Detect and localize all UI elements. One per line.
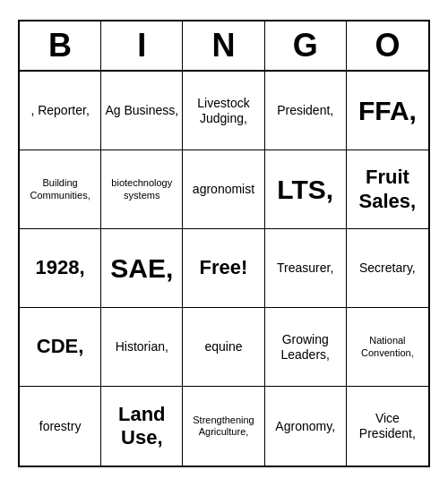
cell-text: 1928, <box>36 256 85 279</box>
bingo-grid: , Reporter,Ag Business,Livestock Judging… <box>20 72 428 466</box>
cell-text: Vice President, <box>350 411 425 441</box>
cell-text: Treasurer, <box>277 261 333 276</box>
bingo-cell: National Convention, <box>347 308 428 387</box>
bingo-cell: SAE, <box>101 229 183 308</box>
cell-text: Historian, <box>116 339 168 355</box>
bingo-cell: Ag Business, <box>101 72 183 150</box>
bingo-header: BINGO <box>20 21 428 72</box>
bingo-cell: CDE, <box>20 308 101 387</box>
header-letter: N <box>183 21 264 70</box>
cell-text: biotechnology systems <box>105 177 178 201</box>
cell-text: Free! <box>200 256 248 279</box>
cell-text: Secretary, <box>359 261 416 276</box>
cell-text: Agronomy, <box>275 419 335 434</box>
cell-text: CDE, <box>37 335 84 358</box>
bingo-cell: Livestock Judging, <box>183 72 264 150</box>
bingo-cell: Free! <box>183 229 264 308</box>
header-letter: G <box>265 21 347 70</box>
cell-text: Fruit Sales, <box>350 166 425 213</box>
cell-text: Ag Business, <box>105 103 178 118</box>
bingo-cell: FFA, <box>347 72 428 150</box>
bingo-cell: equine <box>183 308 264 387</box>
bingo-cell: Land Use, <box>101 387 183 466</box>
cell-text: LTS, <box>277 174 333 206</box>
bingo-cell: Treasurer, <box>265 229 347 308</box>
bingo-cell: Historian, <box>101 308 183 387</box>
bingo-cell: Strengthening Agriculture, <box>183 387 264 466</box>
cell-text: Livestock Judging, <box>186 96 260 126</box>
cell-text: , Reporter, <box>30 103 89 118</box>
bingo-cell: , Reporter, <box>20 72 101 150</box>
cell-text: Growing Leaders, <box>269 332 342 363</box>
cell-text: FFA, <box>358 95 417 127</box>
header-letter: I <box>101 21 183 70</box>
cell-text: Strengthening Agriculture, <box>186 414 260 438</box>
bingo-cell: Agronomy, <box>265 387 347 466</box>
cell-text: Land Use, <box>105 403 178 450</box>
bingo-cell: President, <box>265 72 347 150</box>
cell-text: President, <box>277 103 333 118</box>
header-letter: O <box>347 21 428 70</box>
cell-text: National Convention, <box>350 335 425 358</box>
bingo-cell: Secretary, <box>347 229 428 308</box>
bingo-cell: Building Communities, <box>20 150 101 229</box>
bingo-cell: Fruit Sales, <box>347 150 428 229</box>
bingo-cell: biotechnology systems <box>101 150 183 229</box>
cell-text: forestry <box>39 419 82 434</box>
cell-text: equine <box>204 339 242 355</box>
bingo-cell: 1928, <box>20 229 101 308</box>
bingo-cell: Growing Leaders, <box>265 308 347 387</box>
cell-text: agronomist <box>193 182 254 197</box>
bingo-cell: LTS, <box>265 150 347 229</box>
bingo-cell: forestry <box>20 387 101 466</box>
bingo-cell: Vice President, <box>347 387 428 466</box>
header-letter: B <box>20 21 101 70</box>
bingo-card: BINGO , Reporter,Ag Business,Livestock J… <box>18 20 430 467</box>
cell-text: Building Communities, <box>23 177 97 201</box>
cell-text: SAE, <box>110 252 173 285</box>
bingo-cell: agronomist <box>183 150 264 229</box>
